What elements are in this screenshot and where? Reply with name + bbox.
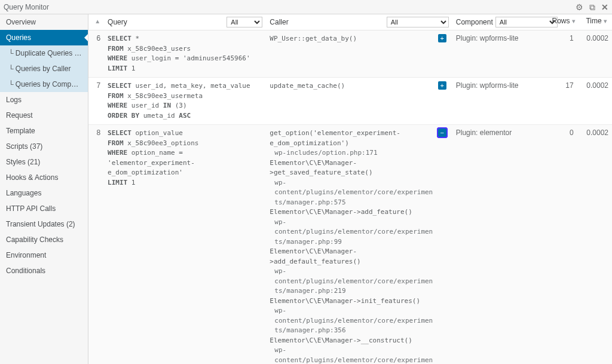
query-cell: SELECT user_id, meta_key, meta_value FRO… xyxy=(104,78,266,125)
caller-cell: WP_User::get_data_by() xyxy=(266,30,452,78)
component-cell: Plugin: elementor xyxy=(452,125,549,365)
sidebar-item[interactable]: └ Queries by Component xyxy=(0,77,88,92)
col-component[interactable]: Component All xyxy=(452,14,549,30)
sidebar-item[interactable]: Styles (21) xyxy=(0,154,88,170)
col-caller-label: Caller xyxy=(270,18,288,26)
col-time-label: Time xyxy=(586,17,601,25)
row-number: 8 xyxy=(88,125,104,365)
caller-toggle[interactable] xyxy=(438,129,446,137)
sidebar-item[interactable]: Conditionals xyxy=(0,263,88,279)
filter-icon: ▾ xyxy=(572,17,577,25)
col-time[interactable]: Time ▾ xyxy=(577,14,612,30)
sidebar-item[interactable]: Capability Checks xyxy=(0,232,88,247)
main-panel: ▲ Query All xyxy=(88,14,612,364)
col-caller[interactable]: Caller All xyxy=(266,14,452,30)
time-cell: 0.0002 xyxy=(577,78,612,125)
close-icon[interactable]: ✕ xyxy=(601,3,608,11)
sidebar-item[interactable]: Hooks & Actions xyxy=(0,170,88,185)
popout-icon[interactable]: ⧉ xyxy=(589,3,595,11)
sidebar: OverviewQueries└ Duplicate Queries (8)└ … xyxy=(0,14,88,364)
sort-icon: ▲ xyxy=(94,18,100,25)
table-row: 7SELECT user_id, meta_key, meta_value FR… xyxy=(88,78,612,125)
rows-cell: 17 xyxy=(548,78,577,125)
sidebar-item[interactable]: Environment xyxy=(0,247,88,263)
caller-cell: update_meta_cache() xyxy=(266,78,452,125)
query-cell: SELECT * FROM x_58c90ee3_users WHERE use… xyxy=(104,30,266,78)
rows-cell: 1 xyxy=(548,30,577,78)
gear-icon[interactable]: ⚙ xyxy=(576,3,583,11)
query-cell: SELECT option_value FROM x_58c90ee3_opti… xyxy=(104,125,266,365)
col-rows[interactable]: Rows ▾ xyxy=(548,14,577,30)
caller-toggle[interactable] xyxy=(438,34,446,42)
row-number: 7 xyxy=(88,78,104,125)
col-rownum[interactable]: ▲ xyxy=(88,14,104,30)
titlebar-controls: ⚙ ⧉ ✕ xyxy=(576,3,608,11)
caller-filter-select[interactable]: All xyxy=(387,17,449,27)
sidebar-item[interactable]: Logs xyxy=(0,92,88,108)
queries-table: ▲ Query All xyxy=(88,14,612,364)
sidebar-item[interactable]: Transient Updates (2) xyxy=(0,216,88,232)
panel-title: Query Monitor xyxy=(4,3,49,11)
sidebar-item[interactable]: HTTP API Calls xyxy=(0,201,88,216)
time-cell: 0.0002 xyxy=(577,125,612,365)
sidebar-item[interactable]: Request xyxy=(0,108,88,123)
caller-toggle[interactable] xyxy=(438,81,446,90)
col-rows-label: Rows xyxy=(552,17,570,25)
sidebar-item[interactable]: └ Queries by Caller xyxy=(0,61,88,77)
query-filter-select[interactable]: All xyxy=(227,17,262,27)
caller-cell: get_option('elementor_experiment-e_dom_o… xyxy=(266,125,452,365)
component-filter-select[interactable]: All xyxy=(495,17,558,27)
col-query-label: Query xyxy=(108,18,127,26)
filter-icon: ▾ xyxy=(604,17,608,25)
table-row: 6SELECT * FROM x_58c90ee3_users WHERE us… xyxy=(88,30,612,78)
time-cell: 0.0002 xyxy=(577,30,612,78)
row-number: 6 xyxy=(88,30,104,78)
sidebar-item[interactable]: Scripts (37) xyxy=(0,139,88,154)
sidebar-item[interactable]: Template xyxy=(0,123,88,139)
component-cell: Plugin: wpforms-lite xyxy=(452,78,549,125)
col-component-label: Component xyxy=(456,18,493,26)
sidebar-item[interactable]: Overview xyxy=(0,14,88,30)
sidebar-item[interactable]: Languages xyxy=(0,185,88,201)
sidebar-item[interactable]: └ Duplicate Queries (8) xyxy=(0,45,88,61)
col-query[interactable]: Query All xyxy=(104,14,266,30)
table-row: 8SELECT option_value FROM x_58c90ee3_opt… xyxy=(88,125,612,365)
sidebar-item[interactable]: Queries xyxy=(0,30,88,45)
component-cell: Plugin: wpforms-lite xyxy=(452,30,549,78)
titlebar: Query Monitor ⚙ ⧉ ✕ xyxy=(0,0,612,14)
rows-cell: 0 xyxy=(548,125,577,365)
